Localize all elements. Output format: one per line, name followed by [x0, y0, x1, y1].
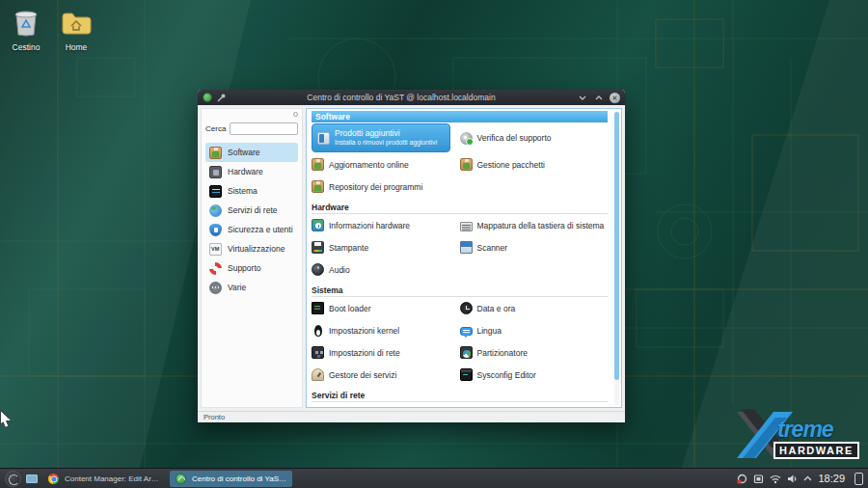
task-label: Centro di controllo di YaST @ local... [192, 474, 287, 483]
expand-tray-icon[interactable] [803, 475, 812, 481]
module-label: Gestione pacchetti [477, 160, 545, 170]
yast-app-icon [203, 93, 212, 102]
sidebar-item-label: Hardware [228, 167, 263, 176]
module-label: Data e ora [477, 304, 516, 313]
scrollbar-thumb[interactable] [614, 112, 619, 380]
updates-tray-icon[interactable] [737, 474, 747, 484]
module-label: Mappatura della tastiera di sistema [477, 221, 605, 230]
security-users-category-icon [209, 224, 222, 236]
chrome-icon [48, 473, 59, 483]
module-label: Audio [329, 265, 350, 275]
module-label: Aggiornamento online [329, 160, 409, 170]
module-scanner[interactable]: Scanner [460, 236, 609, 258]
addon-products-icon [317, 132, 330, 145]
status-bar: Pronto [198, 411, 625, 422]
media-check-icon [460, 132, 473, 145]
module-label: Repository dei programmi [329, 182, 422, 192]
sidebar-item-sistema[interactable]: Sistema [205, 181, 298, 201]
module-stampante[interactable]: Stampante [312, 236, 460, 258]
module-sysconfig-editor[interactable]: Sysconfig Editor [460, 364, 609, 386]
window-title: Centro di controllo di YaST @ localhost.… [231, 93, 572, 102]
section-header-hardware: Hardware [312, 203, 608, 214]
module-list-pane: Software Prodotti aggiuntivi Installa o … [306, 108, 622, 408]
desktop-icon-home[interactable]: Home [54, 8, 98, 52]
yast-task-icon [176, 473, 186, 483]
servizi-items: Nomi host LDAP e Kerberos [312, 402, 608, 408]
splitter-handle-icon[interactable] [293, 112, 298, 117]
hostnames-icon [312, 407, 324, 408]
application-launcher-icon[interactable] [5, 471, 21, 487]
close-button[interactable]: ✕ [610, 93, 620, 103]
module-gestore-dei-servizi[interactable]: Gestore dei servizi [312, 364, 460, 386]
logo-hardware-text: HARDWARE [773, 442, 859, 459]
package-manager-icon [460, 158, 473, 171]
module-boot-loader[interactable]: Boot loader [312, 297, 460, 319]
panel-toolbox-icon[interactable] [854, 473, 863, 485]
bootloader-icon [312, 302, 324, 314]
minimize-button[interactable] [577, 92, 588, 103]
services-manager-icon [312, 368, 324, 381]
module-mappatura-tastiera[interactable]: Mappatura della tastiera di sistema [460, 214, 609, 236]
sidebar: Cerca Software Hardware Sistema Servizi … [201, 108, 303, 408]
section-header-software: Software [312, 111, 608, 122]
taskbar-item-content-manager[interactable]: Content Manager: Edit Article - Xtr... [42, 471, 165, 487]
desktop-icon-label: Cestino [4, 42, 48, 52]
module-label: Verifica del supporto [477, 133, 552, 143]
section-header-servizi-di-rete: Servizi di rete [312, 391, 608, 402]
ldap-kerberos-icon [460, 407, 473, 408]
module-impostazioni-di-rete[interactable]: Impostazioni di rete [312, 341, 460, 364]
module-repository-dei-programmi[interactable]: Repository dei programmi [312, 176, 460, 198]
volume-icon[interactable] [787, 474, 798, 484]
xtreme-hardware-logo: treme HARDWARE [735, 406, 862, 466]
module-impostazioni-kernel[interactable]: Impostazioni kernel [312, 319, 460, 341]
titlebar[interactable]: Centro di controllo di YaST @ localhost.… [198, 90, 625, 105]
printer-icon [312, 241, 324, 254]
sidebar-item-software[interactable]: Software [205, 143, 298, 162]
device-notifier-icon[interactable] [753, 474, 764, 484]
sidebar-item-supporto[interactable]: Supporto [205, 258, 298, 278]
taskbar-item-yast[interactable]: Centro di controllo di YaST @ local... [170, 471, 292, 487]
sidebar-item-sicurezza-e-utenti[interactable]: Sicurezza e utenti [205, 220, 298, 239]
wifi-icon[interactable] [770, 474, 781, 484]
search-input[interactable] [230, 122, 298, 135]
module-partizionatore[interactable]: Partizionatore [460, 341, 609, 364]
yast-control-center-window: Centro di controllo di YaST @ localhost.… [198, 90, 625, 422]
hardware-category-icon [209, 166, 222, 178]
module-prodotti-aggiuntivi[interactable]: Prodotti aggiuntivi Installa o rimuovi p… [312, 123, 450, 152]
clock[interactable]: 18:29 [818, 473, 845, 484]
sidebar-item-hardware[interactable]: Hardware [205, 162, 298, 181]
partitioner-icon [460, 346, 473, 359]
module-verifica-del-supporto[interactable]: Verifica del supporto [460, 122, 609, 153]
sidebar-item-virtualizzazione[interactable]: Virtualizzazione [205, 239, 298, 258]
module-informazioni-hardware[interactable]: Informazioni hardware [312, 214, 460, 236]
module-label: Impostazioni kernel [329, 326, 399, 336]
module-gestione-pacchetti[interactable]: Gestione pacchetti [460, 153, 609, 176]
module-label: Gestore dei servizi [329, 370, 396, 380]
online-update-icon [312, 158, 324, 171]
window-body: Cerca Software Hardware Sistema Servizi … [198, 105, 625, 411]
sidebar-item-label: Servizi di rete [228, 205, 278, 215]
taskbar: Content Manager: Edit Article - Xtr... C… [0, 468, 868, 488]
maximize-button[interactable] [593, 92, 605, 103]
software-category-icon [209, 147, 222, 159]
system-tray: 18:29 [737, 473, 863, 485]
sidebar-item-varie[interactable]: Varie [205, 278, 298, 297]
pin-icon[interactable] [217, 94, 226, 102]
sidebar-item-servizi-di-rete[interactable]: Servizi di rete [205, 201, 298, 220]
module-label: Partizionatore [477, 348, 528, 358]
scanner-icon [460, 241, 473, 254]
virtual-desktop-pager[interactable] [26, 474, 38, 483]
desktop-icon-trash[interactable]: Cestino [4, 8, 48, 52]
sidebar-item-label: Varie [228, 283, 246, 292]
module-subtitle: Installa o rimuovi prodotti aggiuntivi [335, 139, 437, 147]
module-aggiornamento-online[interactable]: Aggiornamento online [312, 153, 460, 176]
sidebar-item-label: Sistema [228, 186, 258, 196]
language-icon [460, 327, 473, 336]
module-data-e-ora[interactable]: Data e ora [460, 297, 609, 319]
module-audio[interactable]: Audio [312, 258, 460, 281]
vertical-scrollbar[interactable] [614, 111, 619, 405]
module-nomi-host[interactable]: Nomi host [312, 402, 460, 408]
module-ldap-e-kerberos[interactable]: LDAP e Kerberos [460, 402, 609, 408]
keyboard-icon [460, 222, 473, 231]
module-lingua[interactable]: Lingua [460, 319, 609, 341]
